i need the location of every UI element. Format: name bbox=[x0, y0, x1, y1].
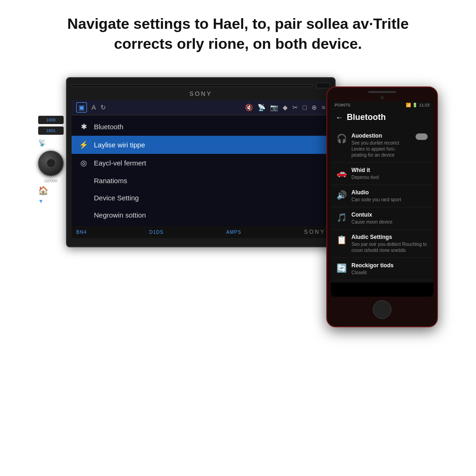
aludio-title: Aludio bbox=[351, 189, 428, 196]
phone-device: POINTS 📶 🔋 11:23 ← Bluetooth 🎧 Auodes bbox=[326, 86, 438, 327]
stereo-menu-item-negrowin[interactable]: Negrowin sottion bbox=[72, 206, 330, 224]
stereo-menu-label-bluetooth: Bluetooth bbox=[94, 123, 123, 131]
phone-menu-item-auodestion[interactable]: 🎧 Auodestion See you duritet recorict Le… bbox=[331, 128, 433, 163]
stereo-menu-item-device[interactable]: Device Setting bbox=[72, 189, 330, 206]
settings-icon: 📋 bbox=[337, 235, 347, 245]
aludio-subtitle: Can soite you rard sport bbox=[351, 197, 428, 203]
contuix-subtitle: Cause moon device bbox=[351, 219, 428, 225]
stereo-bottom-bar: BN4 D1DS AMPS SONY bbox=[72, 226, 330, 238]
stereo-menu-label-negrowin: Negrowin sottion bbox=[94, 211, 146, 219]
toolbar-icon-scissors[interactable]: ✂ bbox=[292, 104, 298, 111]
clock: 11:23 bbox=[419, 103, 430, 107]
stereo-toolbar: ▣ A ↻ 🔇 📡 📷 ◆ ✂ □ ⊕ ≡ bbox=[72, 100, 330, 115]
stereo-label-d1ds: D1DS bbox=[149, 230, 164, 235]
stereo-menu-label-ranatioms: Ranatioms bbox=[94, 177, 127, 185]
phone-home-button[interactable] bbox=[373, 300, 391, 319]
stereo-volume-knob[interactable] bbox=[38, 151, 64, 176]
car-stereo-wrapper: 1009 1601 📡 02/000 🏠 ▼ SONY ▣ bbox=[38, 73, 336, 247]
toolbar-icon-cam[interactable]: 📷 bbox=[270, 104, 278, 111]
phone-header: ← Bluetooth bbox=[331, 109, 433, 126]
stereo-wifi-icon[interactable]: 📡 bbox=[38, 139, 64, 146]
auodestion-title: Auodestion bbox=[351, 132, 411, 139]
phone-speaker bbox=[368, 91, 396, 93]
phone-status-left: POINTS bbox=[335, 103, 350, 107]
toolbar-icon-menu[interactable]: ≡ bbox=[322, 104, 325, 111]
reockigor-text: Reockigor tiods Closelit bbox=[351, 262, 428, 276]
contuix-text: Contuix Cause moon device bbox=[351, 212, 428, 225]
circle-icon: ◎ bbox=[79, 159, 88, 167]
toolbar-icon-globe[interactable]: ⊕ bbox=[311, 104, 317, 111]
stereo-label-amps: AMPS bbox=[226, 230, 241, 235]
car-stereo-unit: SONY ▣ A ↻ 🔇 📡 📷 ◆ ✂ □ ⊕ ≡ bbox=[66, 77, 336, 247]
aludic-text: Aludic Settings Seo par ovir you-dottect… bbox=[351, 234, 428, 253]
battery-icon: 🔋 bbox=[412, 103, 417, 107]
page-header: Navigate settings to Hael, to, pair soll… bbox=[0, 0, 476, 63]
stereo-menu-item-ranatioms[interactable]: Ranatioms bbox=[72, 172, 330, 189]
header-line1: Navigate settings to Hael, to, pair soll… bbox=[67, 15, 409, 32]
phone-screen: POINTS 📶 🔋 11:23 ← Bluetooth 🎧 Auodes bbox=[331, 101, 433, 297]
stereo-menu-label-device: Device Setting bbox=[94, 194, 139, 202]
stereo-menu-label-eaycl: Eaycl-vel fermert bbox=[94, 159, 146, 167]
phone-camera bbox=[380, 96, 384, 99]
car-icon: 🚗 bbox=[337, 168, 347, 178]
phone-menu-item-contuix[interactable]: 🎵 Contuix Cause moon device bbox=[331, 207, 433, 230]
knob-center bbox=[46, 159, 56, 168]
toolbar-icon-refresh[interactable]: ↻ bbox=[100, 104, 106, 111]
stereo-menu-item-eaycl[interactable]: ◎ Eaycl-vel fermert bbox=[72, 154, 330, 172]
phone-menu-item-aludic[interactable]: 📋 Aludic Settings Seo par ovir you-dotte… bbox=[331, 230, 433, 258]
stereo-counter: 02/000 bbox=[38, 178, 64, 183]
aludic-subtitle: Seo par ovir you-dottect Rouchlog to cro… bbox=[351, 241, 428, 253]
auodestion-text: Auodestion See you duritet recorict Levi… bbox=[351, 132, 411, 158]
stereo-menu-label-laylise: Laylise wiri tippe bbox=[94, 141, 145, 149]
phone-menu-item-whid[interactable]: 🚗 Whid it Deperou tivol bbox=[331, 163, 433, 185]
speaker-icon: 🔊 bbox=[337, 190, 347, 200]
whid-title: Whid it bbox=[351, 167, 428, 173]
stereo-side-btn-2[interactable]: 1601 bbox=[38, 126, 64, 135]
stereo-menu-item-laylise[interactable]: ⚡ Laylise wiri tippe bbox=[72, 136, 330, 154]
bluetooth-icon: ✱ bbox=[79, 122, 88, 131]
stereo-brand-top: SONY bbox=[72, 90, 330, 97]
headset-icon: 🎧 bbox=[337, 133, 347, 144]
aludic-title: Aludic Settings bbox=[351, 234, 428, 240]
main-content: 1009 1601 📡 02/000 🏠 ▼ SONY ▣ bbox=[0, 63, 476, 337]
auodestion-subtitle: See you duritet recorict Levies to appie… bbox=[351, 140, 411, 158]
cd-slot bbox=[72, 84, 313, 87]
phone-status-right: 📶 🔋 11:23 bbox=[406, 103, 430, 107]
toolbar-icon-a[interactable]: A bbox=[92, 104, 96, 111]
stereo-down-icon[interactable]: ▼ bbox=[38, 198, 64, 205]
header-line2: corrects orly rione, on both device. bbox=[114, 35, 362, 52]
stereo-left-panel: 1009 1601 📡 02/000 🏠 ▼ bbox=[38, 116, 64, 205]
reockigor-subtitle: Closelit bbox=[351, 270, 428, 276]
reockigor-title: Reockigor tiods bbox=[351, 262, 428, 269]
stereo-brand-bottom: SONY bbox=[304, 229, 325, 235]
stereo-menu: ✱ Bluetooth ⚡ Laylise wiri tippe ◎ Eaycl… bbox=[72, 115, 330, 226]
phone-bluetooth-title: Bluetooth bbox=[347, 112, 386, 122]
refresh-icon: 🔄 bbox=[337, 263, 347, 273]
stereo-label-bn4: BN4 bbox=[76, 230, 86, 235]
toolbar-icon-diamond[interactable]: ◆ bbox=[283, 104, 288, 111]
toolbar-icon-home[interactable]: ▣ bbox=[76, 102, 87, 112]
phone-menu-item-aludio[interactable]: 🔊 Aludio Can soite you rard sport bbox=[331, 185, 433, 207]
whid-text: Whid it Deperou tivol bbox=[351, 167, 428, 180]
stereo-home-icon[interactable]: 🏠 bbox=[38, 185, 64, 196]
music-icon: 🎵 bbox=[337, 212, 347, 223]
phone-status-bar: POINTS 📶 🔋 11:23 bbox=[331, 101, 433, 109]
lightning-icon: ⚡ bbox=[79, 140, 88, 149]
contuix-title: Contuix bbox=[351, 212, 428, 218]
stereo-menu-item-bluetooth[interactable]: ✱ Bluetooth bbox=[72, 118, 330, 136]
phone-menu-item-reockigor[interactable]: 🔄 Reockigor tiods Closelit bbox=[331, 258, 433, 280]
back-arrow-icon[interactable]: ← bbox=[336, 113, 343, 122]
toolbar-icon-bt[interactable]: 📡 bbox=[258, 104, 265, 111]
aludio-text: Aludio Can soite you rard sport bbox=[351, 189, 428, 203]
stereo-screen: ▣ A ↻ 🔇 📡 📷 ◆ ✂ □ ⊕ ≡ ✱ bbox=[72, 100, 330, 238]
toolbar-icon-mute[interactable]: 🔇 bbox=[245, 104, 253, 111]
phone-bluetooth-menu: 🎧 Auodestion See you duritet recorict Le… bbox=[331, 126, 433, 283]
signal-icon: 📶 bbox=[406, 103, 411, 107]
carrier-name: POINTS bbox=[335, 103, 350, 107]
stereo-side-btn-1[interactable]: 1009 bbox=[38, 116, 64, 124]
whid-subtitle: Deperou tivol bbox=[351, 174, 428, 180]
usb-port bbox=[316, 83, 330, 88]
toolbar-icon-display[interactable]: □ bbox=[303, 104, 306, 111]
auodestion-toggle[interactable] bbox=[416, 133, 428, 140]
